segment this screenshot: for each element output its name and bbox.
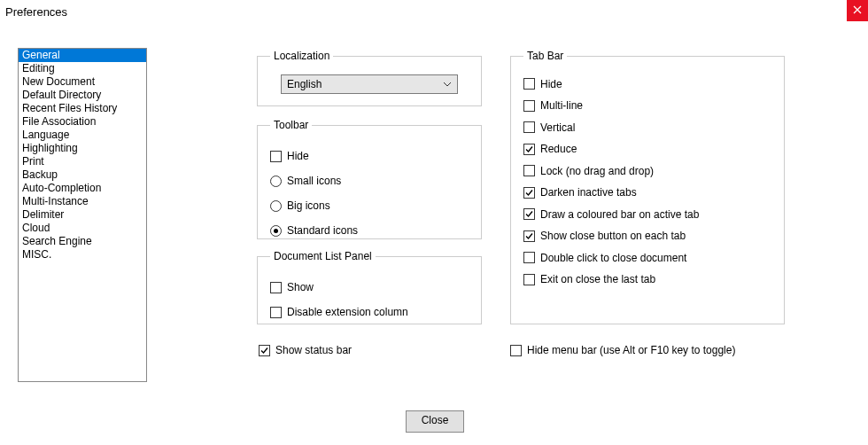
close-icon [853, 4, 862, 17]
show-status-bar-label: Show status bar [275, 344, 352, 356]
category-item[interactable]: Cloud [19, 222, 146, 235]
hide-menu-bar-row: Hide menu bar (use Alt or F10 key to tog… [510, 344, 735, 356]
category-item[interactable]: Recent Files History [19, 102, 146, 115]
toolbar-small-icons-radio[interactable] [270, 176, 282, 187]
hide-menu-bar-checkbox[interactable] [510, 345, 522, 356]
category-item[interactable]: MISC. [19, 248, 146, 262]
doc-list-disable-ext-col-row: Disable extension column [270, 303, 469, 321]
tab-coloured-bar-label: Draw a coloured bar on active tab [540, 208, 699, 221]
tab-lock-label: Lock (no drag and drop) [540, 165, 654, 177]
tab-lock-row: Lock (no drag and drop) [523, 162, 771, 180]
category-item[interactable]: Search Engine [19, 235, 146, 248]
tab-multiline-row: Multi-line [523, 97, 771, 114]
category-item[interactable]: New Document [19, 75, 146, 89]
tab-multiline-label: Multi-line [540, 99, 583, 112]
group-toolbar-legend: Toolbar [270, 119, 312, 131]
tab-multiline-checkbox[interactable] [523, 100, 535, 112]
category-item[interactable]: Language [19, 129, 146, 142]
tab-show-close-label: Show close button on each tab [540, 230, 686, 242]
toolbar-hide-label: Hide [287, 150, 309, 162]
tab-reduce-label: Reduce [540, 143, 577, 155]
category-item[interactable]: Auto-Completion [19, 182, 146, 195]
group-localization-legend: Localization [270, 50, 333, 62]
tab-dblclick-close-checkbox[interactable] [523, 252, 535, 263]
category-item[interactable]: Highlighting [19, 142, 146, 155]
dialog-title: Preferences [5, 5, 67, 19]
toolbar-standard-icons-radio[interactable] [270, 225, 282, 237]
doc-list-show-checkbox[interactable] [270, 282, 282, 293]
category-item[interactable]: File Association [19, 115, 146, 129]
language-dropdown[interactable]: English [281, 74, 458, 94]
tab-exit-on-last-checkbox[interactable] [523, 274, 535, 285]
tab-exit-on-last-row: Exit on close the last tab [523, 270, 771, 288]
preferences-dialog: Preferences GeneralEditingNew DocumentDe… [0, 0, 868, 445]
tab-reduce-row: Reduce [523, 140, 771, 158]
doc-list-show-row: Show [270, 278, 469, 296]
tab-coloured-bar-row: Draw a coloured bar on active tab [523, 206, 771, 223]
chevron-down-icon [443, 79, 452, 91]
category-item[interactable]: Multi-Instance [19, 195, 146, 208]
toolbar-small-icons-row: Small icons [270, 172, 469, 190]
language-dropdown-value: English [287, 78, 322, 90]
toolbar-standard-icons-label: Standard icons [287, 224, 358, 237]
toolbar-big-icons-radio[interactable] [270, 200, 282, 212]
show-status-bar-checkbox[interactable] [259, 345, 270, 356]
group-document-list-legend: Document List Panel [270, 250, 376, 262]
category-item[interactable]: Backup [19, 168, 146, 182]
toolbar-big-icons-label: Big icons [287, 199, 330, 212]
tab-hide-row: Hide [523, 75, 771, 93]
tab-hide-checkbox[interactable] [523, 78, 535, 90]
toolbar-hide-checkbox[interactable] [270, 151, 282, 162]
category-item[interactable]: Delimiter [19, 208, 146, 222]
tab-exit-on-last-label: Exit on close the last tab [540, 273, 655, 285]
category-item[interactable]: Default Directory [19, 89, 146, 102]
tab-darken-inactive-label: Darken inactive tabs [540, 186, 637, 199]
group-tab-bar-legend: Tab Bar [523, 50, 567, 62]
toolbar-big-icons-row: Big icons [270, 197, 469, 215]
tab-show-close-row: Show close button on each tab [523, 227, 771, 245]
tab-dblclick-close-row: Double click to close document [523, 249, 771, 267]
toolbar-hide-row: Hide [270, 147, 469, 165]
category-item[interactable]: Print [19, 155, 146, 168]
tab-darken-inactive-row: Darken inactive tabs [523, 183, 771, 201]
tab-darken-inactive-checkbox[interactable] [523, 187, 535, 199]
doc-list-disable-ext-col-label: Disable extension column [287, 306, 408, 318]
tab-coloured-bar-checkbox[interactable] [523, 208, 535, 220]
close-button[interactable]: Close [406, 410, 464, 433]
group-document-list-panel: Document List Panel ShowDisable extensio… [257, 250, 482, 324]
toolbar-standard-icons-row: Standard icons [270, 222, 469, 239]
category-list[interactable]: GeneralEditingNew DocumentDefault Direct… [18, 48, 147, 382]
close-button-label: Close [422, 414, 449, 426]
category-item[interactable]: Editing [19, 62, 146, 75]
tab-vertical-row: Vertical [523, 119, 771, 137]
group-toolbar: Toolbar HideSmall iconsBig iconsStandard… [257, 119, 482, 239]
group-tab-bar: Tab Bar HideMulti-lineVerticalReduceLock… [510, 50, 785, 324]
toolbar-small-icons-label: Small icons [287, 175, 341, 187]
window-close-button[interactable] [847, 0, 868, 21]
tab-hide-label: Hide [540, 78, 562, 90]
hide-menu-bar-label: Hide menu bar (use Alt or F10 key to tog… [527, 344, 735, 356]
doc-list-disable-ext-col-checkbox[interactable] [270, 307, 282, 318]
tab-show-close-checkbox[interactable] [523, 230, 535, 242]
doc-list-show-label: Show [287, 281, 314, 293]
group-localization: Localization English [257, 50, 482, 106]
show-status-bar-row: Show status bar [259, 344, 352, 356]
category-item[interactable]: General [19, 49, 146, 62]
tab-lock-checkbox[interactable] [523, 165, 535, 176]
tab-reduce-checkbox[interactable] [523, 144, 535, 155]
tab-vertical-checkbox[interactable] [523, 121, 535, 133]
tab-dblclick-close-label: Double click to close document [540, 252, 686, 264]
tab-vertical-label: Vertical [540, 121, 575, 134]
